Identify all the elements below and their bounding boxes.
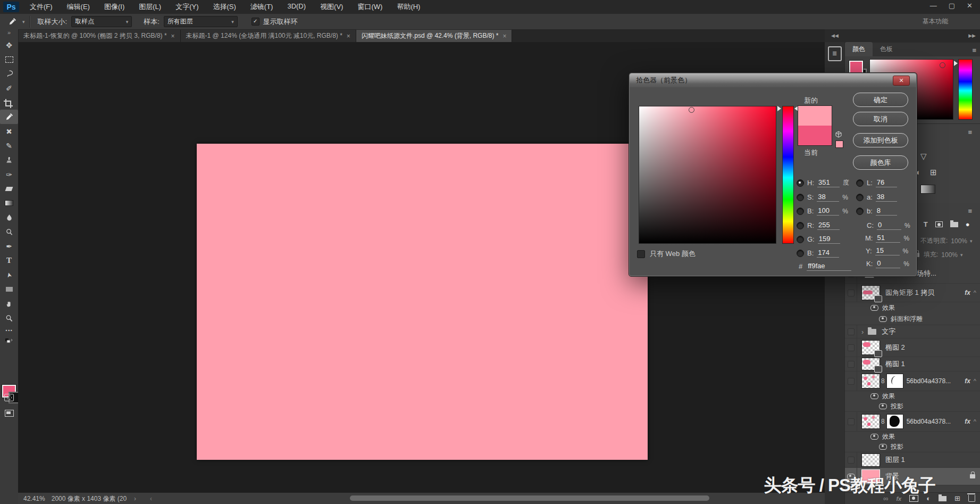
eye-icon[interactable]	[870, 305, 878, 311]
collapse-effects-icon[interactable]: ^	[974, 418, 976, 425]
horizontal-scrollbar[interactable]	[350, 495, 709, 501]
web-color-warning-cube-icon[interactable]	[835, 131, 842, 140]
fx-icon[interactable]: fx	[965, 289, 970, 296]
filter-pin-icon[interactable]: ●	[966, 220, 970, 228]
gradient-tool[interactable]	[0, 196, 18, 210]
eraser-tool[interactable]	[0, 181, 18, 196]
pen-tool[interactable]: ✒	[0, 239, 18, 253]
web-only-checkbox[interactable]	[637, 250, 645, 258]
ok-button[interactable]: 确定	[853, 93, 908, 107]
layer-thumbnail[interactable]	[861, 453, 880, 467]
panel-menu-icon[interactable]: ≡	[968, 128, 972, 136]
new-layer-icon[interactable]: ⊞	[954, 494, 960, 502]
h-radio[interactable]	[797, 179, 804, 187]
toolbar-collapse-icon[interactable]: »	[0, 29, 18, 38]
visibility-toggle[interactable]	[845, 371, 857, 391]
eye-icon[interactable]	[879, 403, 887, 409]
b-field[interactable]	[817, 206, 839, 216]
blur-tool[interactable]	[0, 210, 18, 225]
effect-row[interactable]: 投影	[845, 441, 980, 452]
brush-tool[interactable]: ✎	[0, 138, 18, 153]
menu-type[interactable]: 文字(Y)	[175, 2, 198, 12]
panel-menu-icon[interactable]: ≡	[972, 46, 976, 54]
effect-row[interactable]: 效果	[845, 391, 980, 401]
fx-icon[interactable]: fx	[965, 418, 970, 425]
y-field[interactable]	[875, 246, 900, 255]
grid-icon[interactable]: ⊞	[930, 168, 937, 177]
fx-icon[interactable]: fx	[965, 377, 970, 385]
fill-value[interactable]: 100%	[941, 251, 958, 259]
bb-field[interactable]	[876, 206, 897, 216]
rectangular-marquee-tool[interactable]	[0, 52, 18, 67]
crop-tool[interactable]	[0, 95, 18, 110]
panel-menu-icon[interactable]: ≡	[968, 207, 972, 215]
a-field[interactable]	[876, 193, 897, 202]
color-cube-marker[interactable]	[940, 62, 945, 68]
eye-icon[interactable]	[870, 434, 878, 440]
effect-row[interactable]: 效果	[845, 302, 980, 313]
dialog-close-icon[interactable]: ✕	[893, 76, 910, 86]
k-field[interactable]	[876, 259, 900, 268]
type-tool[interactable]: T	[0, 253, 18, 268]
spot-healing-brush-tool[interactable]: ✚	[0, 124, 18, 138]
chevron-down-icon[interactable]: ▾	[970, 238, 973, 244]
chevron-down-icon[interactable]: ▾	[960, 252, 963, 258]
menu-edit[interactable]: 编辑(E)	[67, 2, 90, 12]
status-arrow-icon[interactable]: ›	[134, 495, 136, 502]
window-maximize-icon[interactable]: ▢	[949, 2, 955, 10]
mask-link-icon[interactable]: 8	[881, 377, 885, 385]
lasso-tool[interactable]	[0, 67, 18, 81]
edit-toolbar-icon[interactable]: ···	[0, 325, 18, 336]
rectangle-tool[interactable]	[0, 282, 18, 296]
layer-row[interactable]: 椭圆 2	[845, 338, 980, 357]
l-radio[interactable]	[856, 179, 864, 187]
triangle-icon[interactable]: ▽	[920, 152, 927, 161]
zoom-tool[interactable]	[0, 311, 18, 325]
gradient-swatch-icon[interactable]	[920, 185, 935, 194]
eye-icon[interactable]	[879, 316, 887, 322]
add-to-swatches-button[interactable]: 添加到色板	[853, 133, 908, 147]
menu-help[interactable]: 帮助(H)	[397, 2, 420, 12]
adjustment-icon[interactable]: ◐	[916, 168, 921, 177]
layer-thumbnail[interactable]	[861, 340, 880, 355]
visibility-toggle[interactable]	[845, 357, 857, 371]
layer-thumbnail[interactable]	[861, 414, 880, 429]
visibility-toggle[interactable]	[845, 452, 857, 467]
close-icon[interactable]: ×	[171, 32, 175, 40]
workspace-switcher[interactable]: 基本功能	[923, 17, 948, 26]
hex-field[interactable]	[807, 262, 851, 271]
dodge-tool[interactable]	[0, 225, 18, 239]
saturation-brightness-field[interactable]	[639, 106, 776, 244]
layer-row[interactable]: 图层 1	[845, 452, 980, 468]
layer-mask-thumbnail[interactable]	[886, 374, 903, 389]
visibility-toggle[interactable]	[845, 325, 857, 338]
delete-layer-icon[interactable]	[968, 495, 975, 502]
hue-slider[interactable]	[782, 106, 794, 244]
visibility-toggle[interactable]	[845, 338, 857, 357]
menu-3d[interactable]: 3D(D)	[287, 2, 306, 12]
layer-row[interactable]: 8 56bd04a4378... fx ^	[845, 412, 980, 432]
menu-image[interactable]: 图像(I)	[104, 2, 124, 12]
b2-radio[interactable]	[797, 250, 804, 257]
quick-mask-icon[interactable]	[0, 390, 18, 404]
mask-link-icon[interactable]: 8	[881, 418, 885, 425]
m-field[interactable]	[876, 234, 900, 243]
menu-file[interactable]: 文件(F)	[30, 2, 53, 12]
h-field[interactable]	[817, 178, 840, 187]
layer-group-row[interactable]: › 文字	[845, 325, 980, 338]
window-minimize-icon[interactable]: —	[930, 2, 937, 10]
color-libraries-button[interactable]: 颜色库	[853, 155, 908, 170]
bb-radio[interactable]	[856, 208, 864, 215]
collapse-panels-icon[interactable]: ◀◀	[831, 33, 839, 38]
filter-shape-icon[interactable]	[935, 221, 943, 227]
hue-slider-left-arrow-icon[interactable]	[777, 106, 781, 111]
default-colors-icon[interactable]	[0, 336, 18, 346]
document-tab-active[interactable]: 闪耀吧妹纸源文件.psd @ 42.4% (背景, RGB/8) * ×	[356, 30, 513, 42]
layer-thumbnail[interactable]	[861, 374, 880, 389]
tab-swatches[interactable]: 色板	[873, 42, 900, 56]
expand-panels-icon[interactable]: ▶▶	[968, 33, 976, 38]
group-collapsed-icon[interactable]: ›	[861, 328, 864, 336]
menu-select[interactable]: 选择(S)	[213, 2, 236, 12]
s-field[interactable]	[817, 193, 839, 202]
layer-thumbnail[interactable]	[861, 285, 880, 300]
